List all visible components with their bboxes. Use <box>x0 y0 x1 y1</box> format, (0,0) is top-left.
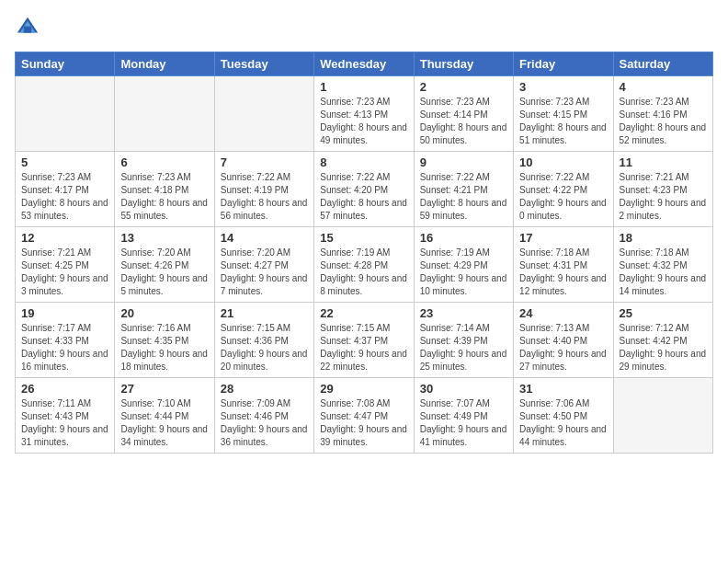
day-number: 31 <box>519 382 607 396</box>
header-tuesday: Tuesday <box>214 52 313 76</box>
calendar-cell: 22Sunrise: 7:15 AMSunset: 4:37 PMDayligh… <box>314 303 414 378</box>
day-number: 25 <box>620 306 707 320</box>
day-number: 30 <box>420 382 507 396</box>
header-monday: Monday <box>115 52 214 76</box>
day-info: Sunrise: 7:13 AMSunset: 4:40 PMDaylight:… <box>519 322 607 373</box>
day-number: 11 <box>620 155 707 169</box>
day-info: Sunrise: 7:09 AMSunset: 4:46 PMDaylight:… <box>221 397 308 449</box>
calendar-cell: 1Sunrise: 7:23 AMSunset: 4:13 PMDaylight… <box>314 76 414 152</box>
day-number: 29 <box>320 382 407 396</box>
calendar-cell: 11Sunrise: 7:21 AMSunset: 4:23 PMDayligh… <box>613 152 712 227</box>
day-info: Sunrise: 7:23 AMSunset: 4:18 PMDaylight:… <box>120 171 208 223</box>
day-info: Sunrise: 7:12 AMSunset: 4:42 PMDaylight:… <box>620 322 707 373</box>
calendar-cell: 16Sunrise: 7:19 AMSunset: 4:29 PMDayligh… <box>414 227 513 303</box>
day-number: 26 <box>21 382 108 396</box>
day-info: Sunrise: 7:18 AMSunset: 4:32 PMDaylight:… <box>620 247 707 298</box>
day-info: Sunrise: 7:15 AMSunset: 4:36 PMDaylight:… <box>221 322 308 373</box>
calendar-cell: 29Sunrise: 7:08 AMSunset: 4:47 PMDayligh… <box>314 378 414 454</box>
day-info: Sunrise: 7:20 AMSunset: 4:26 PMDaylight:… <box>120 247 208 298</box>
calendar-cell <box>214 76 313 152</box>
calendar-table: SundayMondayTuesdayWednesdayThursdayFrid… <box>15 52 713 454</box>
day-info: Sunrise: 7:23 AMSunset: 4:14 PMDaylight:… <box>420 96 507 147</box>
logo-icon <box>15 15 40 40</box>
calendar-week-3: 19Sunrise: 7:17 AMSunset: 4:33 PMDayligh… <box>16 303 713 378</box>
header-saturday: Saturday <box>613 52 712 76</box>
day-number: 14 <box>221 231 308 245</box>
calendar-cell: 9Sunrise: 7:22 AMSunset: 4:21 PMDaylight… <box>414 152 513 227</box>
calendar-week-4: 26Sunrise: 7:11 AMSunset: 4:43 PMDayligh… <box>16 378 713 454</box>
calendar-cell: 25Sunrise: 7:12 AMSunset: 4:42 PMDayligh… <box>613 303 712 378</box>
day-number: 18 <box>620 231 707 245</box>
day-info: Sunrise: 7:22 AMSunset: 4:20 PMDaylight:… <box>320 171 407 223</box>
calendar-cell <box>613 378 712 454</box>
day-info: Sunrise: 7:22 AMSunset: 4:22 PMDaylight:… <box>519 171 607 223</box>
day-number: 6 <box>120 155 208 169</box>
calendar-week-1: 5Sunrise: 7:23 AMSunset: 4:17 PMDaylight… <box>16 152 713 227</box>
day-number: 10 <box>519 155 607 169</box>
day-number: 13 <box>120 231 208 245</box>
day-number: 28 <box>221 382 308 396</box>
day-number: 7 <box>221 155 308 169</box>
header-friday: Friday <box>514 52 613 76</box>
day-number: 16 <box>420 231 507 245</box>
day-info: Sunrise: 7:06 AMSunset: 4:50 PMDaylight:… <box>519 397 607 449</box>
calendar-cell: 27Sunrise: 7:10 AMSunset: 4:44 PMDayligh… <box>115 378 214 454</box>
day-info: Sunrise: 7:07 AMSunset: 4:49 PMDaylight:… <box>420 397 507 449</box>
calendar-cell: 8Sunrise: 7:22 AMSunset: 4:20 PMDaylight… <box>314 152 414 227</box>
day-info: Sunrise: 7:19 AMSunset: 4:28 PMDaylight:… <box>320 247 407 298</box>
calendar-week-0: 1Sunrise: 7:23 AMSunset: 4:13 PMDaylight… <box>16 76 713 152</box>
calendar-cell: 26Sunrise: 7:11 AMSunset: 4:43 PMDayligh… <box>16 378 115 454</box>
calendar-cell: 7Sunrise: 7:22 AMSunset: 4:19 PMDaylight… <box>214 152 313 227</box>
day-number: 2 <box>420 80 507 94</box>
day-number: 15 <box>320 231 407 245</box>
day-info: Sunrise: 7:11 AMSunset: 4:43 PMDaylight:… <box>21 397 108 449</box>
calendar-cell: 2Sunrise: 7:23 AMSunset: 4:14 PMDaylight… <box>414 76 513 152</box>
day-info: Sunrise: 7:23 AMSunset: 4:13 PMDaylight:… <box>320 96 407 147</box>
day-number: 5 <box>21 155 108 169</box>
day-number: 23 <box>420 306 507 320</box>
calendar-cell: 23Sunrise: 7:14 AMSunset: 4:39 PMDayligh… <box>414 303 513 378</box>
day-number: 21 <box>221 306 308 320</box>
calendar-cell: 19Sunrise: 7:17 AMSunset: 4:33 PMDayligh… <box>16 303 115 378</box>
day-number: 19 <box>21 306 108 320</box>
day-info: Sunrise: 7:23 AMSunset: 4:15 PMDaylight:… <box>519 96 607 147</box>
day-info: Sunrise: 7:22 AMSunset: 4:21 PMDaylight:… <box>420 171 507 223</box>
day-info: Sunrise: 7:18 AMSunset: 4:31 PMDaylight:… <box>519 247 607 298</box>
day-number: 3 <box>519 80 607 94</box>
calendar-header-row: SundayMondayTuesdayWednesdayThursdayFrid… <box>16 52 713 76</box>
day-number: 22 <box>320 306 407 320</box>
day-info: Sunrise: 7:08 AMSunset: 4:47 PMDaylight:… <box>320 397 407 449</box>
day-info: Sunrise: 7:19 AMSunset: 4:29 PMDaylight:… <box>420 247 507 298</box>
day-info: Sunrise: 7:23 AMSunset: 4:17 PMDaylight:… <box>21 171 108 223</box>
day-info: Sunrise: 7:14 AMSunset: 4:39 PMDaylight:… <box>420 322 507 373</box>
calendar-cell: 4Sunrise: 7:23 AMSunset: 4:16 PMDaylight… <box>613 76 712 152</box>
day-number: 9 <box>420 155 507 169</box>
day-number: 8 <box>320 155 407 169</box>
day-number: 24 <box>519 306 607 320</box>
day-number: 20 <box>120 306 208 320</box>
logo <box>15 15 44 40</box>
day-number: 12 <box>21 231 108 245</box>
calendar-cell: 24Sunrise: 7:13 AMSunset: 4:40 PMDayligh… <box>514 303 613 378</box>
calendar-cell: 10Sunrise: 7:22 AMSunset: 4:22 PMDayligh… <box>514 152 613 227</box>
calendar-cell <box>16 76 115 152</box>
calendar-cell: 18Sunrise: 7:18 AMSunset: 4:32 PMDayligh… <box>613 227 712 303</box>
calendar-cell: 14Sunrise: 7:20 AMSunset: 4:27 PMDayligh… <box>214 227 313 303</box>
calendar-week-2: 12Sunrise: 7:21 AMSunset: 4:25 PMDayligh… <box>16 227 713 303</box>
calendar-cell: 3Sunrise: 7:23 AMSunset: 4:15 PMDaylight… <box>514 76 613 152</box>
calendar-cell: 17Sunrise: 7:18 AMSunset: 4:31 PMDayligh… <box>514 227 613 303</box>
day-number: 4 <box>620 80 707 94</box>
day-info: Sunrise: 7:20 AMSunset: 4:27 PMDaylight:… <box>221 247 308 298</box>
calendar-cell: 31Sunrise: 7:06 AMSunset: 4:50 PMDayligh… <box>514 378 613 454</box>
calendar-cell <box>115 76 214 152</box>
day-info: Sunrise: 7:15 AMSunset: 4:37 PMDaylight:… <box>320 322 407 373</box>
day-number: 1 <box>320 80 407 94</box>
calendar-cell: 5Sunrise: 7:23 AMSunset: 4:17 PMDaylight… <box>16 152 115 227</box>
header-sunday: Sunday <box>16 52 115 76</box>
header-thursday: Thursday <box>414 52 513 76</box>
day-info: Sunrise: 7:21 AMSunset: 4:23 PMDaylight:… <box>620 171 707 223</box>
calendar-cell: 30Sunrise: 7:07 AMSunset: 4:49 PMDayligh… <box>414 378 513 454</box>
calendar-cell: 28Sunrise: 7:09 AMSunset: 4:46 PMDayligh… <box>214 378 313 454</box>
calendar-cell: 20Sunrise: 7:16 AMSunset: 4:35 PMDayligh… <box>115 303 214 378</box>
day-info: Sunrise: 7:21 AMSunset: 4:25 PMDaylight:… <box>21 247 108 298</box>
